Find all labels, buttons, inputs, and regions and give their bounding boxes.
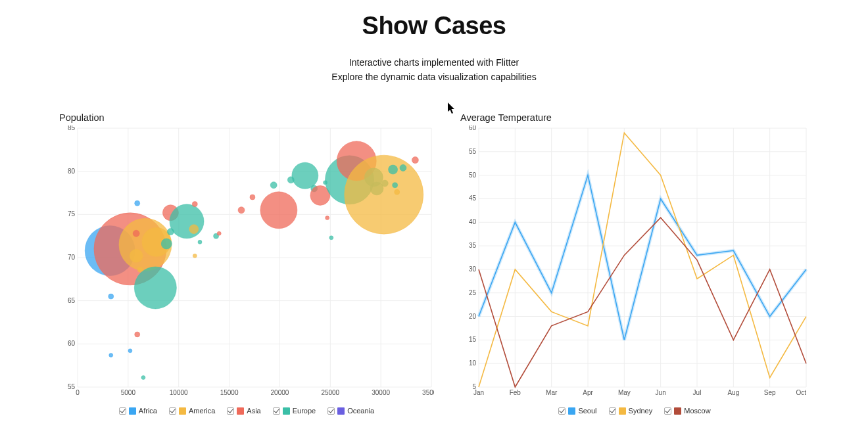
svg-text:50: 50 <box>469 172 477 179</box>
legend-label: America <box>189 407 215 415</box>
bubble-point[interactable] <box>217 231 221 235</box>
svg-text:Oct: Oct <box>796 389 806 396</box>
legend-item-seoul[interactable]: Seoul <box>558 407 596 415</box>
legend-item-europe[interactable]: Europe <box>273 407 316 415</box>
bubble-point[interactable] <box>192 202 197 207</box>
svg-text:Sep: Sep <box>764 389 776 396</box>
line-series-seoul[interactable] <box>479 175 806 340</box>
svg-text:65: 65 <box>68 297 76 304</box>
bubble-point[interactable] <box>270 182 277 189</box>
bubble-point[interactable] <box>389 165 398 174</box>
svg-text:75: 75 <box>68 210 76 218</box>
checkbox-icon[interactable] <box>327 407 335 415</box>
line-legend: SeoulSydneyMoscow <box>460 407 809 415</box>
bubble-point[interactable] <box>260 192 297 229</box>
legend-item-moscow[interactable]: Moscow <box>664 407 710 415</box>
svg-text:Feb: Feb <box>510 389 521 396</box>
svg-text:0: 0 <box>76 389 80 396</box>
checkbox-icon[interactable] <box>273 407 280 415</box>
bubble-point[interactable] <box>326 216 329 220</box>
svg-text:70: 70 <box>68 254 76 261</box>
svg-text:15000: 15000 <box>220 389 239 396</box>
legend-item-america[interactable]: America <box>169 407 215 415</box>
bubble-point[interactable] <box>170 204 204 239</box>
svg-text:15: 15 <box>469 336 477 343</box>
svg-text:80: 80 <box>68 168 76 175</box>
bubble-plot[interactable]: 0500010000150002000025000300003500055606… <box>59 126 434 404</box>
bubble-point[interactable] <box>135 200 140 206</box>
legend-swatch <box>568 407 575 415</box>
legend-item-sydney[interactable]: Sydney <box>609 407 653 415</box>
bubble-point[interactable] <box>345 155 423 234</box>
svg-text:55: 55 <box>68 383 76 390</box>
bubble-point[interactable] <box>108 294 114 299</box>
legend-item-africa[interactable]: Africa <box>119 407 157 415</box>
svg-text:85: 85 <box>68 126 76 131</box>
bubble-svg[interactable]: 0500010000150002000025000300003500055606… <box>59 126 434 402</box>
line-svg[interactable]: JanFebMarAprMayJunJulAugSepOct5101520253… <box>460 126 809 402</box>
line-series-sydney[interactable] <box>479 133 806 387</box>
bubble-point[interactable] <box>130 249 143 262</box>
checkbox-icon[interactable] <box>169 407 176 415</box>
legend-label: Moscow <box>684 407 710 415</box>
bubble-point[interactable] <box>128 349 132 353</box>
charts-row: Population 05000100001500020000250003000… <box>0 82 868 415</box>
legend-swatch <box>283 407 290 415</box>
bubble-point[interactable] <box>329 236 333 240</box>
bubble-point[interactable] <box>250 195 255 200</box>
line-plot[interactable]: JanFebMarAprMayJunJulAugSepOct5101520253… <box>460 126 809 404</box>
svg-text:Apr: Apr <box>583 389 593 396</box>
svg-text:45: 45 <box>469 195 477 202</box>
svg-text:Jul: Jul <box>693 389 702 396</box>
svg-text:25: 25 <box>469 289 477 296</box>
legend-swatch <box>619 407 626 415</box>
bubble-point[interactable] <box>198 240 202 244</box>
line-chart-title: Average Temperature <box>460 112 809 123</box>
legend-label: Asia <box>247 407 260 415</box>
svg-text:20: 20 <box>469 313 477 320</box>
bubble-point[interactable] <box>189 225 199 234</box>
legend-label: Europe <box>293 407 316 415</box>
line-chart: Average Temperature JanFebMarAprMayJunJu… <box>460 112 809 415</box>
legend-label: Oceania <box>347 407 374 415</box>
bubble-point[interactable] <box>161 239 172 249</box>
checkbox-icon[interactable] <box>119 407 126 415</box>
svg-text:25000: 25000 <box>321 389 339 396</box>
bubble-point[interactable] <box>193 254 197 258</box>
legend-label: Africa <box>139 407 157 415</box>
bubble-point[interactable] <box>393 183 398 188</box>
bubble-point[interactable] <box>141 376 145 380</box>
legend-item-asia[interactable]: Asia <box>227 407 260 415</box>
bubble-chart: Population 05000100001500020000250003000… <box>59 112 434 415</box>
bubble-point[interactable] <box>395 189 400 195</box>
legend-swatch <box>179 407 186 415</box>
svg-text:30000: 30000 <box>372 389 390 396</box>
svg-text:55: 55 <box>469 148 477 155</box>
bubble-point[interactable] <box>134 267 176 309</box>
svg-text:35: 35 <box>469 242 477 249</box>
bubble-point[interactable] <box>133 230 139 237</box>
checkbox-icon[interactable] <box>227 407 234 415</box>
line-series-moscow[interactable] <box>479 218 806 387</box>
checkbox-icon[interactable] <box>558 407 566 415</box>
bubble-point[interactable] <box>109 353 113 357</box>
svg-text:10000: 10000 <box>170 389 188 396</box>
bubble-point[interactable] <box>412 157 418 164</box>
svg-text:30: 30 <box>469 265 477 273</box>
svg-text:60: 60 <box>68 340 76 347</box>
checkbox-icon[interactable] <box>664 407 671 415</box>
legend-item-oceania[interactable]: Oceania <box>327 407 374 415</box>
svg-text:60: 60 <box>469 126 477 131</box>
bubble-point[interactable] <box>292 162 318 189</box>
svg-text:Mar: Mar <box>546 389 558 396</box>
bubble-point[interactable] <box>238 207 245 214</box>
bubble-point[interactable] <box>135 332 140 337</box>
svg-text:May: May <box>618 389 631 396</box>
svg-text:Jun: Jun <box>656 389 666 396</box>
checkbox-icon[interactable] <box>609 407 616 415</box>
legend-label: Sydney <box>629 407 653 415</box>
bubble-point[interactable] <box>400 164 406 171</box>
legend-swatch <box>337 407 345 415</box>
page-root: Show Cases Interactive charts implemente… <box>0 0 868 415</box>
legend-label: Seoul <box>578 407 596 415</box>
